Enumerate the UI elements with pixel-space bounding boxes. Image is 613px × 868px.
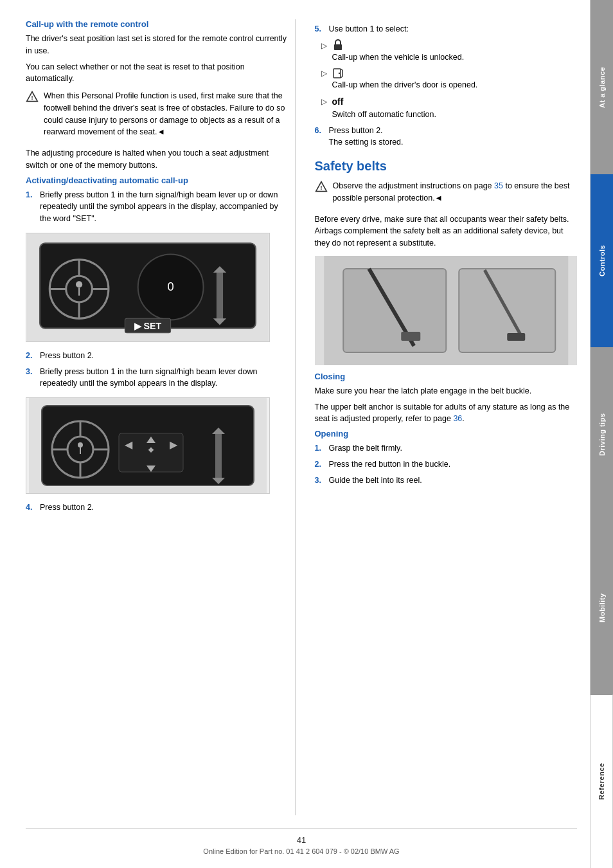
page-link-35[interactable]: 35 xyxy=(494,181,503,190)
tab-at-a-glance-label: At a glance xyxy=(598,66,606,107)
right-column: 5. Use button 1 to select: ▷ xyxy=(311,19,578,815)
callup-para2: You can select whether or not the seat i… xyxy=(26,61,289,86)
step-5-num: 5. xyxy=(315,23,325,35)
sidebar-tab-mobility[interactable]: Mobility xyxy=(591,521,613,694)
page-number: 41 xyxy=(26,835,577,845)
svg-rect-52 xyxy=(507,333,525,341)
svg-rect-38 xyxy=(334,44,342,50)
opening-heading: Opening xyxy=(315,429,578,439)
warning-text-1: When this Personal Profile function is u… xyxy=(44,90,289,138)
arrow-icon-lock: ▷ xyxy=(321,40,327,51)
step-3-num: 3. xyxy=(26,366,36,390)
svg-text:▶ SET: ▶ SET xyxy=(134,320,162,330)
safety-belts-para1: Before every drive, make sure that all o… xyxy=(315,213,578,249)
symbol-item-off: ▷ off Switch off automatic function. xyxy=(321,95,578,121)
open-step-3-text: Guide the belt into its reel. xyxy=(329,475,422,487)
svg-point-10 xyxy=(76,281,82,287)
safety-belts-heading: Safety belts xyxy=(315,159,578,174)
open-step-3: 3. Guide the belt into its reel. xyxy=(315,475,578,487)
symbol-item-lock: ▷ Call-up when the vehicle is unlocked. xyxy=(321,39,578,64)
open-step-2-text: Press the red button in the buckle. xyxy=(329,458,451,471)
svg-rect-16 xyxy=(217,269,223,321)
svg-point-27 xyxy=(78,442,83,448)
main-content: Call-up with the remote control The driv… xyxy=(0,0,590,868)
steps-list-right: 5. Use button 1 to select: xyxy=(315,23,578,35)
step-2: 2. Press button 2. xyxy=(26,350,289,362)
step-4-num: 4. xyxy=(26,502,36,514)
step-6-text: Press button 2. xyxy=(329,125,404,137)
section-activate-heading: Activating/deactivating automatic call-u… xyxy=(26,176,289,185)
door-description: Call-up when the driver's door is opened… xyxy=(332,79,478,91)
open-step-1-num: 1. xyxy=(315,442,325,455)
open-step-1-text: Grasp the belt firmly. xyxy=(329,442,402,455)
step-6-content: Press button 2. The setting is stored. xyxy=(329,125,404,149)
footer: 41 Online Edition for Part no. 01 41 2 6… xyxy=(26,828,577,855)
step-4: 4. Press button 2. xyxy=(26,502,289,514)
tab-mobility-label: Mobility xyxy=(598,593,606,623)
step-3-text: Briefly press button 1 in the turn signa… xyxy=(40,366,289,390)
section-callup: Call-up with the remote control The driv… xyxy=(26,19,289,172)
svg-text:⬥: ⬥ xyxy=(147,441,155,455)
svg-text:!: ! xyxy=(31,95,33,101)
sidebar-right: At a glance Controls Driving tips Mobili… xyxy=(590,0,613,868)
symbol-off-group: off Switch off automatic function. xyxy=(332,95,436,121)
arrow-icon-off: ▷ xyxy=(321,96,327,107)
sidebar-tab-at-a-glance[interactable]: At a glance xyxy=(591,0,613,174)
callup-para1: The driver's seat position last set is s… xyxy=(26,33,289,57)
section-callup-heading: Call-up with the remote control xyxy=(26,19,289,29)
symbol-door-group: Call-up when the driver's door is opened… xyxy=(332,67,478,91)
step-2-text: Press button 2. xyxy=(40,350,94,362)
symbol-choices: ▷ Call-up when the vehicle is unlocked. xyxy=(321,39,578,121)
dashboard-svg-2: ⬥ ◀ ▶ xyxy=(26,398,269,493)
footer-text: Online Edition for Part no. 01 41 2 604 … xyxy=(26,847,577,855)
warning-text-safety: Observe the adjustment instructions on p… xyxy=(333,180,578,204)
open-step-2-num: 2. xyxy=(315,458,325,471)
sidebar-tab-controls[interactable]: Controls xyxy=(591,174,613,347)
steps-list-2: 2. Press button 2. 3. Briefly press butt… xyxy=(26,350,289,390)
closing-heading: Closing xyxy=(315,372,578,381)
step-6-num: 6. xyxy=(315,125,325,149)
symbol-item-door: ▷ Call-up when xyxy=(321,67,578,91)
tab-reference-label: Reference xyxy=(598,763,605,800)
step-5-text: Use button 1 to select: xyxy=(329,23,409,35)
belt-svg xyxy=(315,256,578,365)
warning-box-safety: ! Observe the adjustment instructions on… xyxy=(315,180,578,208)
step-1-num: 1. xyxy=(26,189,36,225)
svg-rect-49 xyxy=(401,332,420,341)
arrow-icon-door: ▷ xyxy=(321,68,327,79)
svg-text:!: ! xyxy=(320,185,322,191)
dashboard-svg-1: 0 ▶ SET xyxy=(26,233,269,341)
open-step-2: 2. Press the red button in the buckle. xyxy=(315,458,578,471)
page: Call-up with the remote control The driv… xyxy=(0,0,613,868)
two-column-layout: Call-up with the remote control The driv… xyxy=(26,19,577,815)
sidebar-tab-driving-tips[interactable]: Driving tips xyxy=(591,347,613,521)
subsection-opening: Opening 1. Grasp the belt firmly. 2. Pre… xyxy=(315,429,578,486)
step-1-text: Briefly press button 1 in the turn signa… xyxy=(40,189,289,225)
door-icon-symbol xyxy=(332,67,478,79)
step-4-text: Press button 2. xyxy=(40,502,94,514)
svg-text:◀: ◀ xyxy=(125,439,133,450)
step-6: 6. Press button 2. The setting is stored… xyxy=(315,125,578,149)
tab-driving-tips-label: Driving tips xyxy=(598,413,606,456)
step-6-sub: The setting is stored. xyxy=(329,136,404,149)
tab-controls-label: Controls xyxy=(598,245,606,276)
open-step-3-num: 3. xyxy=(315,475,325,487)
closing-para2: The upper belt anchor is suitable for ad… xyxy=(315,401,578,426)
open-step-1: 1. Grasp the belt firmly. xyxy=(315,442,578,455)
halt-para: The adjusting procedure is halted when y… xyxy=(26,147,289,172)
belt-image xyxy=(315,256,578,365)
lock-description: Call-up when the vehicle is unlocked. xyxy=(332,51,465,64)
section-safety-belts: Safety belts ! Observe the adjustment in… xyxy=(315,159,578,486)
svg-rect-35 xyxy=(215,430,222,482)
svg-text:0: 0 xyxy=(168,279,174,293)
step-5: 5. Use button 1 to select: xyxy=(315,23,578,35)
svg-text:▶: ▶ xyxy=(170,439,178,450)
opening-steps: 1. Grasp the belt firmly. 2. Press the r… xyxy=(315,442,578,486)
sidebar-tab-reference[interactable]: Reference xyxy=(591,694,613,868)
step-2-num: 2. xyxy=(26,350,36,362)
warning-box-1: ! When this Personal Profile function is… xyxy=(26,90,289,142)
steps-list-right-6: 6. Press button 2. The setting is stored… xyxy=(315,125,578,149)
page-link-36[interactable]: 36 xyxy=(453,414,462,423)
subsection-closing: Closing Make sure you hear the latch pla… xyxy=(315,372,578,425)
off-description: Switch off automatic function. xyxy=(332,109,436,121)
